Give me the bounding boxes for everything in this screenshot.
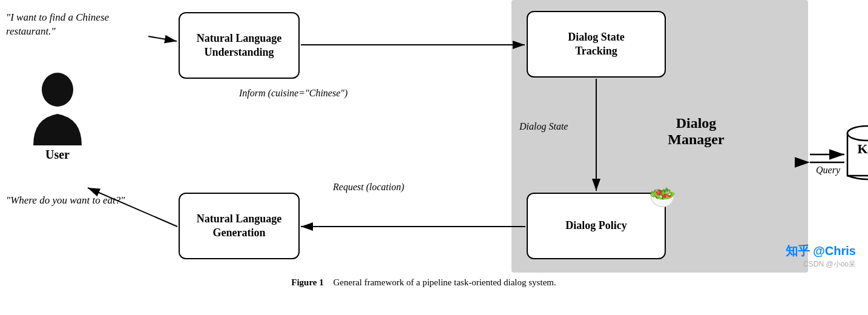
user-figure: User — [30, 73, 85, 162]
kb-box: KB — [844, 120, 868, 187]
figure-caption-text: General framework of a pipeline task-ori… — [334, 277, 556, 287]
dst-label: Dialog StateTracking — [568, 30, 625, 59]
bowl-icon: 🥗 — [649, 185, 676, 210]
user-label: User — [45, 148, 70, 162]
watermark-zhihu: 知乎 @Chris — [786, 244, 856, 257]
user-silhouette — [30, 73, 85, 145]
dp-label: Dialog Policy — [565, 219, 627, 233]
svg-line-2 — [148, 36, 177, 41]
speech-bubble-2: "Where do you want to eat?" — [6, 194, 145, 208]
nlg-label: Natural LanguageGeneration — [197, 212, 282, 240]
nlu-box: Natural LanguageUnderstanding — [179, 12, 300, 79]
nlg-box: Natural LanguageGeneration — [179, 193, 300, 259]
dst-box: Dialog StateTracking — [527, 11, 666, 78]
svg-point-11 — [42, 73, 73, 107]
inform-label: Inform (cuisine="Chinese") — [239, 88, 347, 99]
watermark-csdn: CSDN @小oo呆 — [786, 259, 856, 270]
dialog-state-label: Dialog State — [519, 121, 568, 132]
diagram-container: User "I want to find a Chinese restauran… — [0, 0, 868, 291]
query-label: Query — [816, 165, 840, 176]
dialog-manager-label: DialogManager — [636, 115, 757, 148]
figure-number: Figure 1 — [291, 277, 323, 287]
nlu-label: Natural LanguageUnderstanding — [197, 31, 282, 60]
speech-bubble-1: "I want to find a Chinese restaurant." — [6, 11, 145, 39]
dp-box: Dialog Policy — [527, 193, 666, 259]
kb-label: KB — [844, 141, 868, 157]
watermark: 知乎 @Chris CSDN @小oo呆 — [786, 243, 856, 270]
request-label: Request (location) — [333, 182, 404, 193]
figure-caption: Figure 1 General framework of a pipeline… — [61, 277, 787, 288]
